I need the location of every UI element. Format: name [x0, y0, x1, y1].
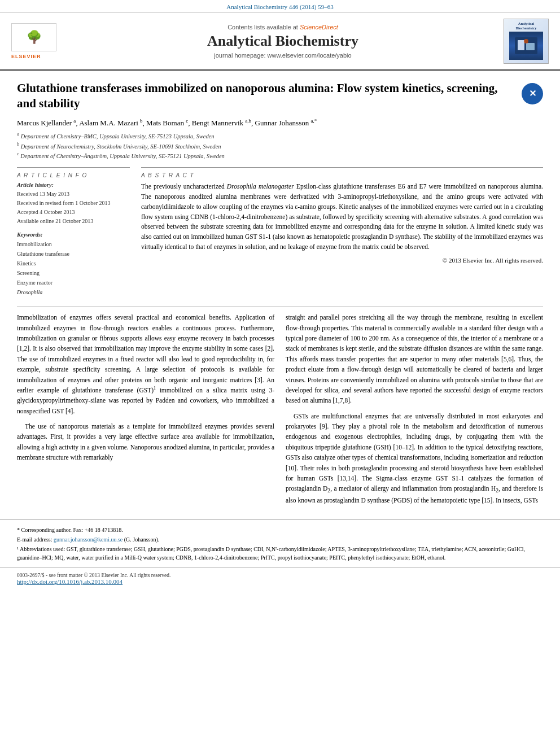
email-link[interactable]: gunnar.johansson@kemi.uu.se — [54, 536, 123, 543]
affiliation-b: b Department of Neurochemistry, Stockhol… — [17, 141, 543, 151]
keyword-kinetics: Kinetics — [17, 259, 130, 268]
email-note: E-mail address: gunnar.johansson@kemi.uu… — [17, 535, 543, 544]
history-revised: Received in revised form 1 October 2013 — [17, 199, 130, 208]
svg-point-3 — [524, 39, 528, 43]
bottom-bar: 0003-2697/$ - see front matter © 2013 El… — [0, 567, 560, 588]
article-title-block: Glutathione transferases immobilized on … — [17, 81, 543, 112]
history-label: Article history: — [17, 182, 130, 188]
body-text-columns: Immobilization of enzymes offers several… — [17, 312, 543, 510]
journal-thumbnail: AnalyticalBiochemistry — [504, 19, 549, 64]
keyword-gst: Glutathione transferase — [17, 249, 130, 259]
elsevier-logo: 🌳 ELSEVIER — [11, 23, 62, 59]
article-info-heading: A R T I C L E I N F O — [17, 172, 130, 178]
doi-link[interactable]: http://dx.doi.org/10.1016/j.ab.2013.10.0… — [17, 578, 123, 585]
journal-center: Contents lists available at ScienceDirec… — [62, 24, 504, 59]
journal-header: 🌳 ELSEVIER Contents lists available at S… — [0, 13, 560, 71]
body-para-4: GSTs are multifunctional enzymes that ar… — [286, 411, 543, 506]
corresponding-author-note: * Corresponding author. Fax: +46 18 4713… — [17, 526, 543, 534]
affiliation-c: c Department of Chemistry–Ångström, Upps… — [17, 151, 543, 160]
abbreviations-note: ¹ Abbreviations used: GST, glutathione t… — [17, 545, 543, 562]
crossmark-badge[interactable]: ✕ — [522, 83, 543, 104]
journal-citation: Analytical Biochemistry 446 (2014) 59–63 — [226, 3, 333, 10]
journal-thumb-title: AnalyticalBiochemistry — [506, 21, 546, 30]
sciencedirect-link[interactable]: ScienceDirect — [300, 24, 338, 30]
footnotes-section: * Corresponding author. Fax: +46 18 4713… — [0, 519, 560, 562]
tree-icon: 🌳 — [27, 31, 42, 43]
article-info-column: A R T I C L E I N F O Article history: R… — [17, 167, 130, 297]
article-content: Glutathione transferases immobilized on … — [0, 71, 560, 519]
body-para-3: straight and parallel pores stretching a… — [286, 312, 543, 406]
copyright-notice: © 2013 Elsevier Inc. All rights reserved… — [141, 256, 543, 265]
journal-citation-bar: Analytical Biochemistry 446 (2014) 59–63 — [0, 0, 560, 13]
affiliations-block: a Department of Chemistry–BMC, Uppsala U… — [17, 131, 543, 160]
abstract-heading: A B S T R A C T — [141, 172, 543, 178]
authors-line: Marcus Kjellander a, Aslam M.A. Mazari b… — [17, 117, 543, 129]
article-history: Article history: Received 13 May 2013 Re… — [17, 182, 130, 226]
section-divider — [17, 306, 543, 307]
journal-thumb-inner: AnalyticalBiochemistry — [504, 19, 548, 62]
keyword-drosophila: Drosophila — [17, 287, 130, 297]
article-title-text: Glutathione transferases immobilized on … — [17, 81, 516, 112]
keyword-screening: Screening — [17, 268, 130, 278]
history-available: Available online 21 October 2013 — [17, 217, 130, 226]
keywords-label: Keywords: — [17, 231, 130, 238]
body-right-column: straight and parallel pores stretching a… — [286, 312, 543, 510]
history-received: Received 13 May 2013 — [17, 190, 130, 199]
body-para-1: Immobilization of enzymes offers several… — [17, 312, 274, 416]
abstract-text: The previously uncharacterized Drosophil… — [141, 182, 543, 265]
abstract-column: A B S T R A C T The previously uncharact… — [141, 167, 543, 297]
contents-available-line: Contents lists available at ScienceDirec… — [62, 24, 504, 30]
keywords-section: Keywords: Immobilization Glutathione tra… — [17, 231, 130, 297]
body-left-column: Immobilization of enzymes offers several… — [17, 312, 274, 510]
body-para-2: The use of nanoporous materials as a tem… — [17, 421, 274, 463]
journal-title: Analytical Biochemistry — [62, 33, 504, 50]
keyword-immobilization: Immobilization — [17, 239, 130, 249]
svg-rect-1 — [518, 40, 524, 50]
history-accepted: Accepted 4 October 2013 — [17, 208, 130, 217]
journal-homepage: journal homepage: www.elsevier.com/locat… — [62, 52, 504, 59]
page-wrapper: Analytical Biochemistry 446 (2014) 59–63… — [0, 0, 560, 747]
svg-rect-2 — [526, 43, 535, 50]
info-abstract-columns: A R T I C L E I N F O Article history: R… — [17, 167, 543, 297]
elsevier-tree-box: 🌳 — [11, 23, 56, 51]
affiliation-a: a Department of Chemistry–BMC, Uppsala U… — [17, 131, 543, 141]
keyword-enzyme-reactor: Enzyme reactor — [17, 278, 130, 287]
elsevier-brand: ELSEVIER — [11, 54, 41, 59]
journal-thumb-image — [509, 32, 543, 60]
copyright-line: 0003-2697/$ - see front matter © 2013 El… — [17, 573, 170, 585]
